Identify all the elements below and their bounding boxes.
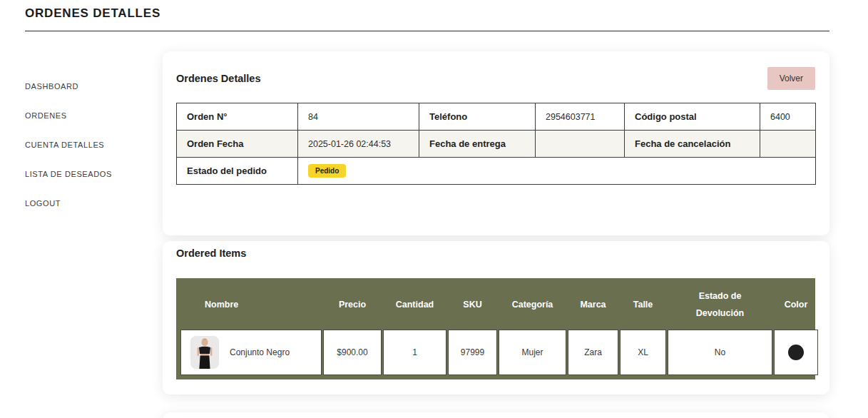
item-row: Conjunto Negro $900.00 1 97999 Mujer Zar… (180, 330, 818, 375)
col-header-marca: Marca (568, 282, 618, 328)
account-sidebar: DASHBOARD ORDENES CUENTA DETALLES LISTA … (25, 83, 112, 208)
order-details-card: Ordenes Detalles Volver Orden N° 84 Telé… (163, 51, 829, 235)
cancel-date-value (760, 131, 816, 158)
col-header-categoria: Categoría (499, 282, 566, 328)
item-brand: Zara (568, 330, 618, 375)
sidebar-item-cuenta-detalles[interactable]: CUENTA DETALLES (25, 141, 112, 149)
title-divider (25, 31, 829, 31)
delivery-date-label: Fecha de entrega (419, 131, 536, 158)
sidebar-item-ordenes[interactable]: ORDENES (25, 112, 112, 120)
volver-button[interactable]: Volver (767, 67, 815, 90)
item-return-status: No (668, 330, 772, 375)
status-badge: Pedido (308, 164, 346, 178)
postal-code-value: 6400 (760, 103, 816, 131)
ordered-items-title: Ordered Items (176, 248, 246, 259)
sidebar-item-dashboard[interactable]: DASHBOARD (25, 83, 112, 91)
table-row: Estado del pedido Pedido (177, 158, 816, 185)
order-status-cell: Pedido (298, 158, 816, 185)
item-sku: 97999 (448, 330, 497, 375)
sidebar-item-lista-de-deseados[interactable]: LISTA DE DESEADOS (25, 170, 112, 178)
order-number-value: 84 (298, 103, 419, 131)
order-details-title: Ordenes Detalles (176, 73, 260, 84)
table-row: Orden N° 84 Teléfono 2954603771 Código p… (177, 103, 816, 131)
cancel-date-label: Fecha de cancelación (625, 131, 760, 158)
ordered-items-table: Nombre Precio Cantidad SKU Categoría Mar… (179, 281, 820, 377)
delivery-date-value (536, 131, 625, 158)
product-image (190, 336, 219, 369)
page-title: ORDENES DETALLES (25, 6, 160, 21)
order-date-label: Orden Fecha (177, 131, 298, 158)
col-header-nombre: Nombre (180, 282, 322, 328)
item-name: Conjunto Negro (230, 347, 290, 357)
col-header-talle: Talle (620, 282, 666, 328)
next-card-edge (163, 412, 829, 418)
order-number-label: Orden N° (177, 103, 298, 131)
product-thumbnail[interactable] (190, 336, 219, 369)
items-header-row: Nombre Precio Cantidad SKU Categoría Mar… (180, 282, 818, 328)
color-swatch (788, 345, 804, 360)
phone-label: Teléfono (419, 103, 536, 131)
order-details-header: Ordenes Detalles Volver (163, 51, 829, 90)
ordered-items-table-wrap: Nombre Precio Cantidad SKU Categoría Mar… (176, 278, 815, 379)
order-date-value: 2025-01-26 02:44:53 (298, 131, 419, 158)
col-header-cantidad: Cantidad (383, 282, 446, 328)
order-details-table: Orden N° 84 Teléfono 2954603771 Código p… (176, 103, 816, 185)
col-header-sku: SKU (448, 282, 497, 328)
order-status-label: Estado del pedido (177, 158, 298, 185)
item-quantity: 1 (383, 330, 446, 375)
table-row: Orden Fecha 2025-01-26 02:44:53 Fecha de… (177, 131, 816, 158)
phone-value: 2954603771 (536, 103, 625, 131)
postal-code-label: Código postal (625, 103, 760, 131)
item-category: Mujer (499, 330, 566, 375)
col-header-precio: Precio (323, 282, 382, 328)
sidebar-item-logout[interactable]: LOGOUT (25, 200, 112, 208)
item-size: XL (620, 330, 666, 375)
col-header-estado-devolucion: Estado de Devolución (668, 282, 772, 328)
col-header-color: Color (774, 282, 818, 328)
ordered-items-card: Ordered Items Nombre Precio Cantidad SKU… (163, 241, 829, 394)
item-color-cell (774, 330, 818, 375)
item-name-cell: Conjunto Negro (180, 330, 322, 375)
item-price: $900.00 (323, 330, 382, 375)
